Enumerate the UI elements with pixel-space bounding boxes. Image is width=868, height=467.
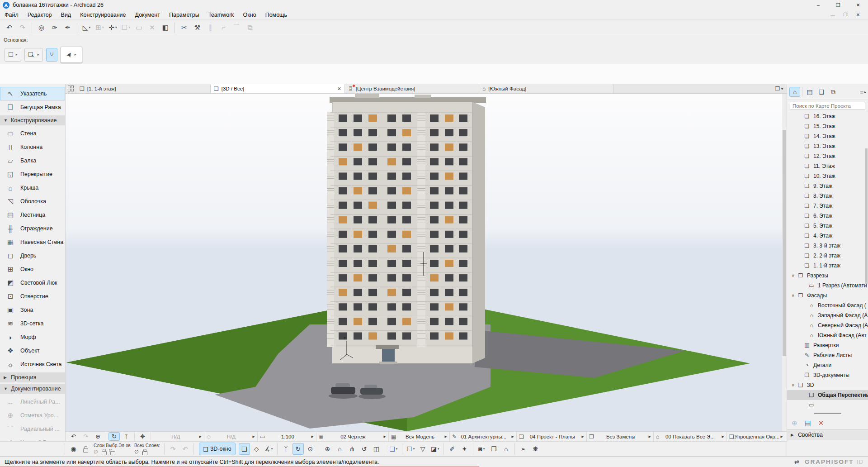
show-all-layers-icon[interactable]: ∅ — [134, 449, 139, 454]
edit-plane-button[interactable]: ◧ — [159, 22, 171, 33]
zoom-in-button[interactable]: ⊕ — [92, 432, 104, 441]
render-scene-button[interactable]: ⌂ — [500, 443, 512, 455]
nav-item-details[interactable]: ◔Детали — [787, 360, 868, 370]
rotate-model-button[interactable]: ↺ — [359, 443, 370, 455]
add-viewpoint-button[interactable]: ⊕ — [792, 419, 797, 427]
building-tower[interactable] — [327, 94, 486, 364]
toolbox-item-zone[interactable]: ▣Зона — [0, 303, 65, 317]
viewpoint-settings-button[interactable]: ▤ — [805, 419, 811, 427]
menu-document[interactable]: Документ — [131, 11, 165, 19]
tree-scrollbar[interactable] — [865, 148, 868, 284]
menu-view[interactable]: Вид — [57, 11, 76, 19]
trim-button[interactable]: ✂ — [178, 22, 190, 33]
nav-item-general-perspective[interactable]: ❑Общая Перспектива — [787, 390, 868, 400]
filter-elements-button[interactable]: ▽ — [417, 443, 429, 455]
projection-settings-button[interactable]: ∡▾ — [263, 443, 274, 455]
project-map-button[interactable]: ⌂ — [789, 87, 800, 97]
toolbox-item-marquee[interactable]: ☐Бегущая Рамка — [0, 100, 65, 114]
toolbox-item-door[interactable]: ◻Дверь — [0, 249, 65, 262]
doc-minimize-button[interactable]: — — [826, 12, 839, 17]
marquee-pointer-button[interactable]: ☐↖▸ — [24, 48, 43, 62]
paint-surface-button[interactable]: ✐ — [447, 443, 458, 455]
menu-options[interactable]: Параметры — [165, 11, 204, 19]
guide-lines-button[interactable]: ◺▾ — [80, 22, 93, 33]
nav-item-elevations[interactable]: ∨❒Фасады — [787, 291, 868, 300]
nav-item-elevation-south[interactable]: ⌂Южный Фасад (Авт — [787, 330, 868, 340]
fly-through-button[interactable]: ➢ — [518, 443, 529, 455]
hide-layer-icon[interactable]: ∅ — [94, 449, 98, 454]
tab-close-button[interactable]: ✕ — [335, 86, 341, 92]
menu-window[interactable]: Окно — [239, 11, 261, 19]
orbit-mode-button[interactable]: ↻ — [292, 443, 304, 455]
sun-study-button[interactable]: ❋ — [530, 443, 541, 455]
environment-field[interactable]: ❑Упрощенная Окр...▶ — [726, 432, 785, 441]
adjust-button[interactable]: ⚒ — [191, 22, 203, 33]
toolbox-item-opening[interactable]: ⊡Отверстие — [0, 290, 65, 303]
nav-item-clipped-item[interactable]: ▭ — [787, 400, 868, 409]
magnet-toggle[interactable]: ∩ — [46, 48, 57, 62]
fit-in-window-button[interactable]: ✥ — [137, 432, 148, 441]
cutting-planes-button[interactable]: ◪▾ — [429, 443, 441, 455]
toolbox-item-shell[interactable]: ◹Оболочка — [0, 195, 65, 208]
menu-edit[interactable]: Редактор — [23, 11, 57, 19]
photo-render-button[interactable]: ◙▾ — [476, 443, 487, 455]
toolbox-item-stair[interactable]: ▤Лестница — [0, 208, 65, 222]
nav-item-story-10[interactable]: ❏10. Этаж — [787, 171, 868, 181]
menu-help[interactable]: Помощь — [261, 11, 292, 19]
camera-tripod-button[interactable]: ⋔ — [346, 443, 358, 455]
nav-item-story-2[interactable]: ❏2. 2-й этаж — [787, 251, 868, 261]
nav-item-story-3[interactable]: ❏3. 3-й этаж — [787, 241, 868, 251]
doc-close-button[interactable]: ✕ — [852, 12, 864, 17]
nav-item-documents-3d[interactable]: ❐3D-документы — [787, 370, 868, 380]
unlock-layer-icon[interactable] — [110, 451, 115, 455]
toolbox-item-light[interactable]: ☼Источник Света — [0, 357, 65, 371]
nav-item-section-1[interactable]: ▭1 Разрез (Автомати — [787, 281, 868, 291]
tab-3d-all[interactable]: ❑[3D / Все]✕ — [211, 84, 345, 93]
nav-item-interior-elevations[interactable]: ▥Развертки — [787, 340, 868, 350]
toolbox-item-slab[interactable]: ◱Перекрытие — [0, 167, 65, 181]
navigator-menu-button[interactable]: ≡▸ — [860, 89, 866, 95]
toolbox-item-pointer[interactable]: ↖Указатель — [0, 87, 65, 100]
tab-list-button[interactable]: ❐▾ — [771, 84, 787, 93]
surface-override-button[interactable]: ✦ — [459, 443, 470, 455]
search-input[interactable] — [790, 102, 865, 110]
axonometry-button[interactable]: ◇ — [251, 443, 262, 455]
view-map-button[interactable]: ▤ — [804, 87, 815, 97]
restore-button[interactable]: ❐ — [828, 0, 848, 10]
doc-restore-button[interactable]: ❐ — [839, 12, 852, 17]
tab-interaction-center[interactable]: ♖[Центр Взаимодействия] — [345, 84, 479, 93]
toolbox-group-projection[interactable]: ▶Проекция — [0, 372, 65, 382]
undo-button[interactable]: ↶ — [3, 22, 15, 33]
panel-resize-grip[interactable] — [814, 413, 841, 414]
walk-button[interactable]: ᛉ — [121, 432, 132, 441]
layout-book-button[interactable]: ❏ — [816, 87, 827, 97]
menu-file[interactable]: Файл — [0, 11, 23, 19]
tab-overview-icon[interactable] — [68, 86, 74, 91]
render-settings-button[interactable]: ❐ — [488, 443, 500, 455]
toolbox-item-window[interactable]: ⊞Окно — [0, 262, 65, 276]
transfer-parameters-button[interactable]: ✒ — [61, 22, 74, 33]
toolbox-group-design[interactable]: ▼Конструирование — [0, 115, 65, 125]
perspective-button[interactable]: ❑ — [239, 443, 250, 455]
3d-styles-button[interactable]: ❑▾ — [388, 443, 399, 455]
lock-layer-icon[interactable] — [102, 451, 107, 455]
nav-item-story-7[interactable]: ❏7. Этаж — [787, 201, 868, 211]
toolbox-item-wall[interactable]: ▭Стена — [0, 127, 65, 140]
sync-icon[interactable]: ⇄ — [794, 458, 799, 465]
properties-section-header[interactable]: ▶ Свойства — [787, 429, 868, 440]
mirror-view-button[interactable]: ◫ — [371, 443, 382, 455]
snap-points-button[interactable]: ✛▾ — [107, 22, 119, 33]
explore-button[interactable]: ⊙ — [305, 443, 316, 455]
nav-item-sections[interactable]: ∨❒Разрезы — [787, 271, 868, 281]
nav-item-story-4[interactable]: ❏4. Этаж — [787, 231, 868, 241]
nav-item-elevation-west[interactable]: ⌂Западный Фасад (А — [787, 310, 868, 320]
nav-item-3d[interactable]: ∨❑3D — [787, 380, 868, 390]
renovation-field[interactable]: ⌂00 Показать Все Э...▶ — [653, 432, 726, 441]
layer-combination-field[interactable]: ❏04 Проект - Планы▶ — [516, 432, 586, 441]
nav-item-story-16[interactable]: ❏16. Этаж — [787, 111, 868, 121]
nav-item-story-6[interactable]: ❏6. Этаж — [787, 211, 868, 221]
graphic-override-field[interactable]: ❐Без Замены▶ — [586, 432, 653, 441]
scale-field[interactable]: ▭1:100▶ — [257, 432, 316, 441]
tab-floor-plan[interactable]: ❏[1. 1-й этаж] — [76, 84, 211, 93]
delete-viewpoint-button[interactable]: ✕ — [818, 419, 824, 427]
